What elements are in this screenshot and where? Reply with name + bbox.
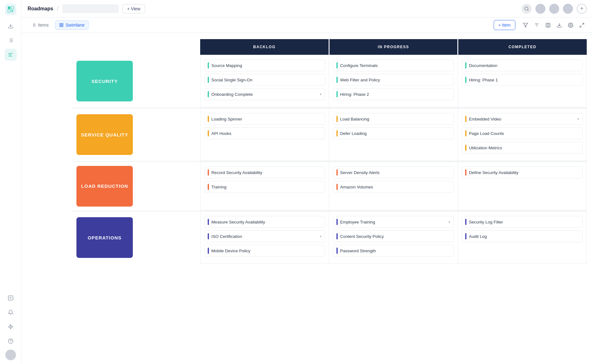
card-text: Define Security Availability [469, 170, 579, 175]
sidebar-item-roadmap[interactable] [5, 49, 17, 61]
svg-rect-0 [8, 7, 10, 9]
card[interactable]: Training [204, 181, 325, 193]
search-icon[interactable] [522, 4, 532, 14]
sidebar-item-contacts[interactable] [5, 292, 17, 304]
card-bar [336, 184, 338, 190]
card[interactable]: Audit Log [462, 230, 583, 242]
card[interactable]: Record Security Availability [204, 167, 325, 178]
tab-items[interactable]: Items [28, 20, 53, 30]
card[interactable]: Load Balancing [333, 113, 454, 125]
card[interactable]: Mobile Device Policy [204, 245, 325, 257]
col-header-completed: COMPLETED [458, 39, 586, 55]
card[interactable]: Web Filter and Policy [333, 74, 454, 86]
breadcrumb[interactable] [62, 4, 119, 13]
card-bar [465, 145, 466, 151]
card[interactable]: Measure Security Availability [204, 216, 325, 228]
swimlane-row-operations: OPERATIONSMeasure Security AvailabilityI… [71, 212, 587, 264]
card[interactable]: Source Mapping [204, 59, 325, 71]
card-text: Content Security Policy [340, 234, 450, 239]
card-bar [208, 130, 209, 136]
swim-label-text-operations: OPERATIONS [76, 217, 133, 258]
card-bar [336, 116, 338, 122]
swim-label-operations: OPERATIONS [71, 212, 200, 264]
card-text: ISO Certification [211, 234, 317, 239]
columns-icon[interactable] [543, 20, 553, 30]
card-bar [465, 62, 466, 69]
card[interactable]: ISO Certification▾ [204, 230, 325, 242]
card[interactable]: Content Security Policy [333, 230, 454, 242]
card[interactable]: Employee Training▾ [333, 216, 454, 228]
card-bar [465, 116, 466, 122]
card-text: Security Log Filter [469, 220, 579, 224]
card[interactable]: Amazon Volumes [333, 181, 454, 193]
card-bar [208, 77, 209, 83]
svg-marker-15 [8, 325, 13, 329]
swim-cell-load-reduction-completed: Define Security Availability [458, 162, 586, 210]
fullscreen-icon[interactable] [577, 20, 587, 30]
card[interactable]: Server Density Alerts [333, 167, 454, 178]
card-bar [336, 62, 338, 69]
card[interactable]: Onboarding Complete▾ [204, 88, 325, 100]
filter-icon[interactable] [520, 20, 530, 30]
sidebar [0, 0, 21, 364]
card[interactable]: Configure Terminals [333, 59, 454, 71]
tab-items-label: Items [38, 23, 49, 28]
app-logo[interactable] [5, 4, 16, 15]
card-text: Training [211, 185, 322, 189]
swim-cell-load-reduction-in_progress: Server Density AlertsAmazon Volumes [329, 162, 458, 210]
card-bar [208, 62, 209, 69]
swimlane-board: BACKLOG IN PROGRESS COMPLETED SECURITYSo… [71, 39, 587, 264]
sidebar-item-list[interactable] [5, 34, 17, 46]
settings-icon[interactable] [565, 20, 575, 30]
card[interactable]: Password Strength [333, 245, 454, 257]
filter-alt-icon[interactable] [532, 20, 542, 30]
breadcrumb-sep: / [57, 5, 59, 12]
card-text: Amazon Volumes [340, 185, 450, 189]
card[interactable]: Hiring: Phase 2 [333, 88, 454, 100]
card[interactable]: Utilization Metrics [462, 142, 583, 154]
swim-label-service-quality: SERVICE QUALITY [71, 109, 200, 161]
card[interactable]: Documentation [462, 59, 583, 71]
svg-rect-34 [546, 23, 550, 27]
chevron-down-icon: ▾ [449, 220, 450, 224]
sidebar-item-download[interactable] [5, 20, 17, 32]
card[interactable]: Loading Spinner [204, 113, 325, 125]
card[interactable]: Page Load Counts [462, 127, 583, 139]
avatar[interactable] [5, 350, 16, 360]
card-text: Server Density Alerts [340, 170, 450, 175]
download-icon[interactable] [554, 20, 564, 30]
card-text: Defer Loading [340, 131, 450, 136]
card[interactable]: Embedded Video▾ [462, 113, 583, 125]
card[interactable]: Social Single Sign-On [204, 74, 325, 86]
main-content: Roadmaps / + View + Items Swimlane + Ite… [21, 0, 593, 364]
swimlane-row-security: SECURITYSource MappingSocial Single Sign… [71, 55, 587, 107]
swim-label-text-load-reduction: LOAD REDUCTION [76, 166, 133, 207]
svg-rect-1 [11, 7, 13, 9]
user-avatar-2[interactable] [549, 4, 559, 14]
sidebar-item-help[interactable] [5, 335, 17, 347]
card[interactable]: Security Log Filter [462, 216, 583, 228]
card[interactable]: Hiring: Phase 1 [462, 74, 583, 86]
card[interactable]: API Hooks [204, 127, 325, 139]
card-text: Hiring: Phase 2 [340, 92, 450, 97]
svg-point-38 [570, 24, 571, 26]
card-bar [336, 233, 338, 239]
card[interactable]: Define Security Availability [462, 167, 583, 178]
chevron-down-icon: ▾ [577, 117, 579, 121]
user-avatar-1[interactable] [535, 4, 545, 14]
card-bar [208, 219, 209, 225]
tab-swimlane[interactable]: Swimlane [55, 20, 89, 30]
board-container: BACKLOG IN PROGRESS COMPLETED SECURITYSo… [21, 33, 593, 364]
card[interactable]: Defer Loading [333, 127, 454, 139]
add-member-button[interactable]: + [577, 4, 587, 14]
add-item-button[interactable]: + Item [494, 20, 515, 30]
svg-point-18 [525, 7, 528, 10]
user-avatar-3[interactable] [563, 4, 573, 14]
card-text: Configure Terminals [340, 63, 450, 68]
sidebar-item-bolt[interactable] [5, 321, 17, 333]
card-bar [336, 219, 338, 225]
add-view-button[interactable]: + View [122, 4, 145, 13]
svg-line-19 [528, 10, 528, 11]
svg-line-40 [580, 25, 581, 27]
sidebar-item-bell[interactable] [5, 306, 17, 318]
